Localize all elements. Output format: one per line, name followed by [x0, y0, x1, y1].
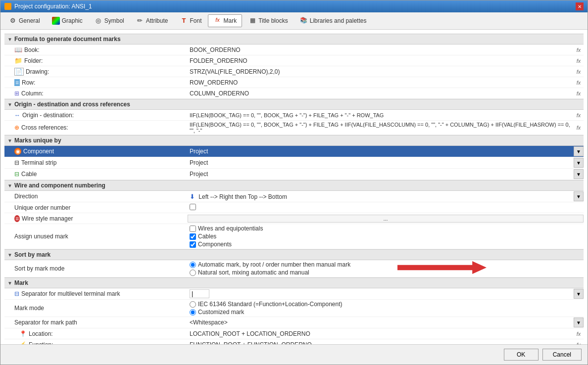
label-cable-marks: ⊟ Cable [4, 171, 188, 178]
mark-section-toggle[interactable]: ▼ [7, 280, 12, 286]
checkbox-wires[interactable] [190, 226, 196, 232]
titlebar: Project configuration: ANSI_1 ✕ [0, 0, 588, 12]
tab-libraries-label: Libraries and palettes [310, 17, 367, 24]
row-origin-dest: ↔ Origin - destination: IIF(LEN(BOOK_TAG… [4, 110, 584, 121]
row-unique-order: Unique order number [4, 202, 584, 213]
row-sep-terminal: ⊟ Separator for multilevel terminal mark… [4, 288, 584, 300]
row-function: ⚡ Function: FUNCTION_ROOT + FUNCTION_ORD… [4, 339, 584, 344]
sort-mode-label-text: Sort by mark mode [14, 265, 64, 272]
wire-toggle[interactable]: ▼ [7, 183, 12, 188]
close-button[interactable]: ✕ [576, 2, 584, 10]
section-sort-header: ▼ Sort by mark [4, 249, 584, 260]
row-label-text: Row: [22, 79, 35, 86]
marks-toggle[interactable]: ▼ [7, 138, 12, 143]
direction-dropdown[interactable]: ▼ [574, 191, 584, 201]
row-terminal-strip: ⊟ Terminal strip Project ▼ [4, 157, 584, 169]
sep-terminal-input[interactable] [190, 289, 209, 298]
tab-title-blocks[interactable]: ▦ Title blocks [243, 14, 294, 27]
tab-title-blocks-label: Title blocks [258, 17, 288, 24]
folder-label-text: Folder: [24, 57, 43, 64]
tab-graphic-label: Graphic [62, 17, 83, 24]
terminal-strip-label-text: Terminal strip [21, 159, 56, 166]
value-cross-ref: IIF(LEN(BOOK_TAG) == 0, "", BOOK_TAG + "… [188, 121, 574, 134]
section-mark-header: ▼ Mark [4, 277, 584, 288]
label-folder: 📁 Folder: [4, 57, 188, 64]
cable-marks-dropdown[interactable]: ▼ [574, 169, 584, 179]
radio-custom[interactable] [190, 309, 196, 316]
formula-toggle[interactable]: ▼ [7, 37, 12, 42]
tab-mark[interactable]: fx Mark [208, 14, 242, 27]
cancel-button[interactable]: Cancel [542, 349, 582, 361]
tab-graphic[interactable]: Graphic [47, 14, 88, 27]
value-sep-path: <Whitespace> [188, 319, 574, 326]
radio-natural-row: Natural sort, mixing automatic and manua… [190, 269, 582, 276]
label-wire-style: ≡ Wire style manager [4, 215, 188, 222]
sep-path-dropdown[interactable]: ▼ [574, 318, 584, 327]
main-window: Project configuration: ANSI_1 ✕ ⚙ Genera… [0, 0, 588, 365]
direction-label-text: Direction [14, 193, 38, 200]
general-icon: ⚙ [9, 17, 17, 25]
app-icon [4, 3, 11, 10]
label-location: 📍 Location: [4, 330, 188, 337]
origin-toggle[interactable]: ▼ [7, 102, 12, 107]
checkbox-cables-label: Cables [198, 233, 216, 240]
unique-order-checkbox[interactable] [190, 204, 196, 210]
radio-auto-row: Automatic mark, by root / order number t… [190, 261, 582, 268]
checkbox-cables[interactable] [190, 233, 196, 240]
section-wire-label: Wire and component numbering [14, 182, 105, 189]
wire-style-value[interactable]: ... [188, 215, 584, 223]
label-assign-unused: Assign unused mark [4, 233, 188, 240]
section-origin-label: Origin - destination and cross reference… [14, 101, 130, 108]
label-drawing: 📄 Drawing: [4, 68, 188, 76]
label-sep-terminal: ⊟ Separator for multilevel terminal mark [4, 290, 188, 297]
radio-custom-row: Customized mark [190, 309, 582, 316]
radio-iec-row: IEC 61346 Standard (=Function+Location-C… [190, 301, 582, 308]
fx-column[interactable]: fx [574, 91, 584, 96]
sort-toggle[interactable]: ▼ [7, 252, 12, 258]
row-direction: Direction ⬇ Left --> Right then Top --> … [4, 191, 584, 202]
value-location: LOCATION_ROOT + LOCATION_ORDERNO [188, 330, 574, 338]
tab-toolbar: ⚙ General Graphic ◎ Symbol ✏ Attribute T… [0, 12, 588, 30]
checkbox-wires-label: Wires and equipotentials [198, 225, 263, 232]
radio-natural[interactable] [190, 270, 196, 276]
component-dropdown[interactable]: ▼ [574, 146, 584, 156]
fx-location[interactable]: fx [574, 331, 584, 337]
value-sort-mode: Automatic mark, by root / order number t… [188, 261, 584, 276]
fx-drawing[interactable]: fx [574, 69, 584, 75]
label-direction: Direction [4, 193, 188, 200]
section-marks-label: Marks unique by [14, 137, 61, 144]
ok-button[interactable]: OK [504, 349, 539, 361]
tab-libraries[interactable]: 📚 Libraries and palettes [294, 14, 372, 27]
direction-icon: ⬇ [190, 193, 195, 200]
cable-marks-icon: ⊟ [14, 171, 19, 178]
fx-book[interactable]: fx [574, 47, 584, 53]
symbol-icon: ◎ [95, 17, 102, 25]
radio-auto[interactable] [190, 262, 196, 268]
component-icon: ◉ [14, 148, 21, 155]
label-terminal-strip: ⊟ Terminal strip [4, 159, 188, 166]
value-column: COLUMN_ORDERNO [188, 90, 574, 97]
fx-folder[interactable]: fx [574, 58, 584, 64]
radio-iec[interactable] [190, 301, 196, 308]
radio-natural-label: Natural sort, mixing automatic and manua… [198, 269, 309, 276]
section-origin-header: ▼ Origin - destination and cross referen… [4, 99, 584, 110]
terminal-strip-dropdown[interactable]: ▼ [574, 158, 584, 168]
section-sort-label: Sort by mark [14, 251, 50, 258]
tab-symbol[interactable]: ◎ Symbol [89, 14, 130, 27]
sep-terminal-dropdown[interactable]: ▼ [574, 289, 584, 299]
row-sep-path: Separator for mark path <Whitespace> ▼ [4, 317, 584, 328]
section-marks-header: ▼ Marks unique by [4, 135, 584, 146]
fx-row[interactable]: fx [574, 80, 584, 86]
fx-origin-dest[interactable]: fx [574, 112, 584, 118]
origin-icon: ↔ [14, 112, 20, 119]
unique-order-label-text: Unique order number [14, 204, 70, 211]
checkbox-components[interactable] [190, 241, 196, 248]
cross-icon: ⊕ [14, 124, 19, 131]
tab-attribute[interactable]: ✏ Attribute [131, 14, 174, 27]
section-formula-label: Formula to generate document marks [14, 36, 121, 43]
tab-font[interactable]: T Font [174, 14, 207, 27]
tab-general[interactable]: ⚙ General [3, 14, 46, 27]
column-label-text: Column: [21, 90, 44, 97]
fx-cross-ref[interactable]: fx [574, 125, 584, 131]
attribute-icon: ✏ [136, 17, 144, 25]
